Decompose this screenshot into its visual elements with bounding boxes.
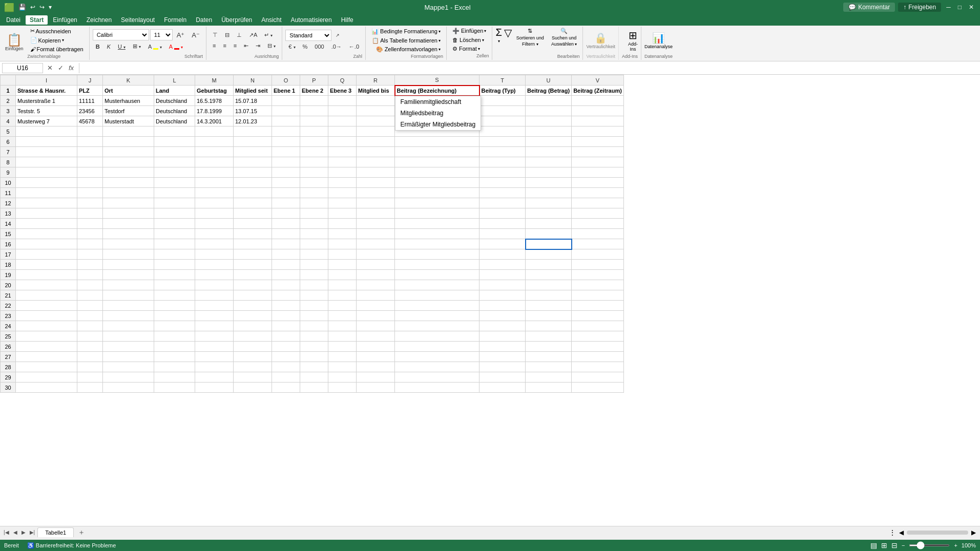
cell-O29[interactable] — [272, 372, 300, 383]
cell-styles-button[interactable]: 🎨 Zellenformatvorlagen ▾ — [373, 45, 443, 54]
row-header-15[interactable]: 15 — [1, 229, 16, 239]
cell-K9[interactable] — [103, 167, 154, 178]
cell-N21[interactable] — [234, 290, 272, 301]
cell-O3[interactable] — [272, 106, 300, 116]
cell-P19[interactable] — [300, 270, 328, 280]
cell-M1[interactable]: Geburtstag — [195, 86, 234, 96]
cell-T11[interactable] — [479, 188, 526, 198]
col-header-L[interactable]: L — [154, 75, 195, 86]
cell-T28[interactable] — [479, 362, 526, 372]
cell-I28[interactable] — [16, 362, 77, 372]
align-left-button[interactable]: ≡ — [210, 41, 219, 50]
cell-T21[interactable] — [479, 290, 526, 301]
cell-P15[interactable] — [300, 229, 328, 239]
cell-J25[interactable] — [77, 331, 103, 342]
cell-S13[interactable] — [395, 208, 479, 219]
cell-L3[interactable]: Deutschland — [154, 106, 195, 116]
cell-O23[interactable] — [272, 311, 300, 321]
cell-T7[interactable] — [479, 147, 526, 157]
cell-K12[interactable] — [103, 198, 154, 208]
cell-N23[interactable] — [234, 311, 272, 321]
cell-M9[interactable] — [195, 167, 234, 178]
cell-J15[interactable] — [77, 229, 103, 239]
cell-Q9[interactable] — [328, 167, 357, 178]
cell-K5[interactable] — [103, 126, 154, 137]
cell-I8[interactable] — [16, 157, 77, 167]
cell-O6[interactable] — [272, 137, 300, 147]
cell-M16[interactable] — [195, 239, 234, 249]
cell-U20[interactable] — [526, 280, 572, 290]
cell-O1[interactable]: Ebene 1 — [272, 86, 300, 96]
cell-V1[interactable]: Beitrag (Zeitraum) — [572, 86, 624, 96]
cell-T3[interactable] — [479, 106, 526, 116]
cell-V30[interactable] — [572, 383, 624, 393]
cell-J3[interactable]: 23456 — [77, 106, 103, 116]
cell-T6[interactable] — [479, 137, 526, 147]
cell-M27[interactable] — [195, 352, 234, 362]
cell-N16[interactable] — [234, 239, 272, 249]
cell-P10[interactable] — [300, 178, 328, 188]
col-header-Q[interactable]: Q — [328, 75, 357, 86]
menu-ueberpruefen[interactable]: Überprüfen — [217, 15, 256, 25]
merge-button[interactable]: ⊟ ▾ — [264, 41, 279, 51]
format-paint-button[interactable]: 🖌 Format übertragen — [28, 45, 86, 53]
cell-I3[interactable]: Teststr. 5 — [16, 106, 77, 116]
cell-V22[interactable] — [572, 301, 624, 311]
cell-M4[interactable]: 14.3.2001 — [195, 116, 234, 126]
row-header-26[interactable]: 26 — [1, 342, 16, 352]
cell-I27[interactable] — [16, 352, 77, 362]
cell-L8[interactable] — [154, 157, 195, 167]
cell-Q1[interactable]: Ebene 3 — [328, 86, 357, 96]
cell-K14[interactable] — [103, 219, 154, 229]
cell-U28[interactable] — [526, 362, 572, 372]
sheet-tab-tabelle1[interactable]: Tabelle1 — [37, 527, 74, 537]
cell-P16[interactable] — [300, 239, 328, 249]
row-header-9[interactable]: 9 — [1, 167, 16, 178]
cell-P28[interactable] — [300, 362, 328, 372]
font-size-select[interactable]: 11 — [150, 29, 173, 40]
cell-M28[interactable] — [195, 362, 234, 372]
scroll-right-button[interactable]: ▶ — [971, 529, 976, 536]
cell-Q26[interactable] — [328, 342, 357, 352]
cell-V24[interactable] — [572, 321, 624, 331]
maximize-button[interactable]: □ — [956, 4, 964, 11]
col-header-N[interactable]: N — [234, 75, 272, 86]
cell-I22[interactable] — [16, 301, 77, 311]
cell-M23[interactable] — [195, 311, 234, 321]
cell-V12[interactable] — [572, 198, 624, 208]
cell-S7[interactable] — [395, 147, 479, 157]
cell-P23[interactable] — [300, 311, 328, 321]
cell-M3[interactable]: 17.8.1999 — [195, 106, 234, 116]
cell-L25[interactable] — [154, 331, 195, 342]
cell-R28[interactable] — [357, 362, 395, 372]
decimal-decrease-button[interactable]: ←.0 — [346, 42, 362, 51]
cell-S12[interactable] — [395, 198, 479, 208]
cell-U1[interactable]: Beitrag (Betrag) — [526, 86, 572, 96]
cell-J24[interactable] — [77, 321, 103, 331]
cell-U6[interactable] — [526, 137, 572, 147]
cell-T20[interactable] — [479, 280, 526, 290]
cell-S20[interactable] — [395, 280, 479, 290]
cell-R26[interactable] — [357, 342, 395, 352]
menu-formeln[interactable]: Formeln — [160, 15, 191, 25]
cell-M19[interactable] — [195, 270, 234, 280]
cell-S21[interactable] — [395, 290, 479, 301]
cell-O18[interactable] — [272, 260, 300, 270]
cell-J18[interactable] — [77, 260, 103, 270]
cell-U26[interactable] — [526, 342, 572, 352]
row-header-21[interactable]: 21 — [1, 290, 16, 301]
menu-seitenlayout[interactable]: Seitenlayout — [117, 15, 159, 25]
cell-U19[interactable] — [526, 270, 572, 280]
cell-O16[interactable] — [272, 239, 300, 249]
cell-T25[interactable] — [479, 331, 526, 342]
cell-M15[interactable] — [195, 229, 234, 239]
cell-Q16[interactable] — [328, 239, 357, 249]
col-header-P[interactable]: P — [300, 75, 328, 86]
cell-L28[interactable] — [154, 362, 195, 372]
indent-decrease-button[interactable]: ⇤ — [241, 41, 252, 51]
cell-Q30[interactable] — [328, 383, 357, 393]
cell-V10[interactable] — [572, 178, 624, 188]
cell-I29[interactable] — [16, 372, 77, 383]
cell-V9[interactable] — [572, 167, 624, 178]
cell-N12[interactable] — [234, 198, 272, 208]
